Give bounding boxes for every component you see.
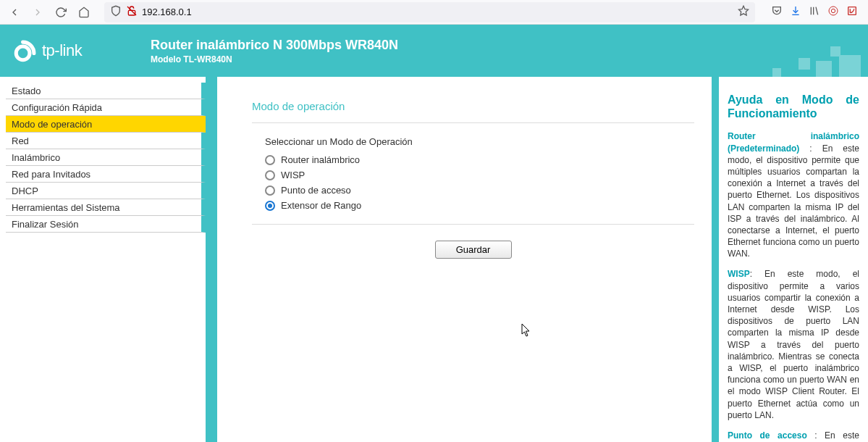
page-title: Router inalámbrico N 300Mbps WR840N [151, 38, 398, 53]
shield-icon [110, 5, 122, 19]
brand-text: tp-link [42, 41, 82, 60]
divider [252, 224, 694, 225]
sidebar-item-label: Inalámbrico [12, 152, 60, 163]
svg-point-7 [829, 7, 838, 15]
svg-point-10 [16, 46, 30, 60]
help-paragraph-ap: Punto de acceso : En este modo, este dis… [728, 430, 859, 442]
sidebar-item-label: Finalizar Sesión [12, 219, 79, 230]
lock-insecure-icon [126, 5, 138, 19]
sidebar-item-label: DHCP [12, 185, 38, 196]
sidebar-item-label: Herramientas del Sistema [12, 202, 120, 213]
brand-logo: tp-link [13, 38, 136, 63]
sidebar-item-estado[interactable]: Estado [6, 83, 206, 99]
sidebar-item-dhcp[interactable]: DHCP [6, 183, 206, 199]
url-bar[interactable]: 192.168.0.1 [104, 2, 755, 22]
sidebar-item-system-tools[interactable]: Herramientas del Sistema [6, 199, 206, 216]
save-button[interactable]: Guardar [435, 241, 512, 259]
reload-button[interactable] [52, 4, 69, 21]
url-text: 192.168.0.1 [142, 7, 733, 17]
radio-label: Router inalámbrico [281, 154, 360, 165]
help-paragraph-wisp: WISP: En este modo, el dispositivo permi… [728, 268, 859, 420]
main-panel: Modo de operación Seleccionar un Modo de… [217, 77, 712, 442]
header-decoration [723, 25, 868, 77]
extension-icon-2[interactable] [846, 5, 858, 19]
radio-label: WISP [281, 170, 305, 180]
help-title: Ayuda en Modo de Funcionamiento [728, 93, 859, 120]
radio-icon-selected [265, 201, 275, 211]
radio-icon [265, 155, 275, 165]
svg-point-8 [831, 9, 835, 12]
column-gutter [206, 77, 217, 442]
sidebar-item-wireless[interactable]: Inalámbrico [6, 149, 206, 166]
radio-access-point[interactable]: Punto de acceso [265, 185, 694, 196]
help-paragraph-router: Router inalámbrico (Predeterminado) : En… [728, 130, 859, 259]
download-icon[interactable] [790, 5, 801, 19]
radio-range-extender[interactable]: Extensor de Rango [265, 200, 694, 211]
extension-icon-1[interactable] [827, 5, 839, 19]
sidebar-nav: Estado Configuración Rápida Modo de oper… [0, 77, 206, 442]
radio-icon [265, 170, 275, 180]
field-label: Seleccionar un Modo de Operación [265, 136, 694, 147]
sidebar-item-label: Configuración Rápida [12, 102, 102, 113]
svg-marker-2 [738, 6, 748, 15]
pocket-icon[interactable] [771, 5, 783, 19]
sidebar-item-network[interactable]: Red [6, 133, 206, 149]
forward-button[interactable] [29, 4, 46, 21]
divider [252, 122, 694, 123]
radio-icon [265, 185, 275, 196]
radio-label: Punto de acceso [281, 185, 351, 196]
home-button[interactable] [75, 4, 93, 21]
sidebar-item-operation-mode[interactable]: Modo de operación [6, 116, 206, 133]
back-button[interactable] [6, 4, 23, 21]
help-panel: Ayuda en Modo de Funcionamiento Router i… [712, 77, 868, 442]
svg-rect-9 [848, 7, 856, 15]
star-icon[interactable] [738, 5, 749, 19]
sidebar-item-label: Red [12, 135, 29, 146]
radio-wireless-router[interactable]: Router inalámbrico [265, 154, 694, 165]
radio-label: Extensor de Rango [281, 200, 361, 211]
page-subtitle: Modelo TL-WR840N [151, 54, 398, 64]
radio-wisp[interactable]: WISP [265, 170, 694, 180]
router-header: tp-link Router inalámbrico N 300Mbps WR8… [0, 25, 868, 77]
svg-line-6 [816, 7, 818, 15]
browser-toolbar: 192.168.0.1 [0, 0, 868, 25]
sidebar-item-label: Estado [12, 86, 41, 96]
library-icon[interactable] [809, 5, 820, 19]
toolbar-right [767, 5, 862, 19]
sidebar-item-guest-network[interactable]: Red para Invitados [6, 166, 206, 183]
sidebar-item-label: Red para Invitados [12, 169, 90, 180]
sidebar-item-logout[interactable]: Finalizar Sesión [6, 216, 206, 233]
sidebar-item-label: Modo de operación [12, 119, 92, 130]
mouse-cursor-icon [521, 323, 533, 338]
sidebar-item-quick-setup[interactable]: Configuración Rápida [6, 99, 206, 116]
section-title: Modo de operación [252, 100, 694, 112]
